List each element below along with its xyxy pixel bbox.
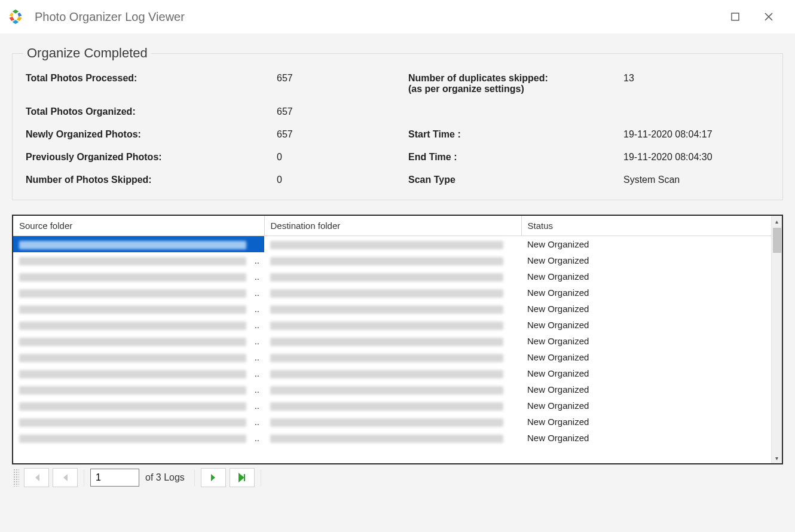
cell-destination: [264, 236, 521, 253]
cell-source: [13, 333, 264, 349]
cell-destination: [264, 398, 521, 414]
log-table-container: Source folder Destination folder Status …: [12, 215, 783, 464]
cell-status: New Organized: [521, 365, 782, 381]
summary-left-label: Newly Organized Photos:: [26, 129, 277, 140]
scroll-up-icon[interactable]: ▴: [772, 216, 782, 227]
cell-status: New Organized: [521, 252, 782, 268]
table-row[interactable]: New Organized: [13, 349, 782, 365]
table-row[interactable]: New Organized: [13, 381, 782, 398]
svg-marker-0: [13, 10, 19, 14]
summary-right-label: Scan Type: [408, 175, 623, 185]
page-number-input[interactable]: [90, 469, 139, 487]
pager-first-button[interactable]: [24, 468, 49, 487]
pager-prev-button[interactable]: [53, 468, 78, 487]
cell-destination: [264, 252, 521, 268]
summary-right-value: [623, 106, 769, 117]
table-row[interactable]: New Organized: [13, 430, 782, 446]
cell-destination: [264, 381, 521, 398]
cell-source: [13, 285, 264, 301]
cell-destination: [264, 349, 521, 365]
table-row[interactable]: New Organized: [13, 285, 782, 301]
pager-next-button[interactable]: [201, 468, 226, 487]
cell-source: [13, 430, 264, 446]
svg-marker-2: [17, 17, 22, 21]
svg-marker-5: [10, 13, 14, 17]
cell-destination: [264, 285, 521, 301]
cell-destination: [264, 301, 521, 317]
vertical-scrollbar[interactable]: ▴ ▾: [771, 216, 782, 463]
pager-separator: [194, 469, 195, 486]
cell-destination: [264, 317, 521, 333]
table-row[interactable]: New Organized: [13, 398, 782, 414]
summary-left-value: 657: [277, 106, 408, 117]
cell-source: [13, 349, 264, 365]
maximize-button[interactable]: [727, 8, 744, 25]
summary-right-label: Start Time :: [408, 129, 623, 140]
page-total-label: of 3 Logs: [145, 472, 185, 483]
cell-status: New Organized: [521, 381, 782, 398]
cell-source: [13, 317, 264, 333]
cell-destination: [264, 365, 521, 381]
cell-status: New Organized: [521, 268, 782, 285]
cell-status: New Organized: [521, 285, 782, 301]
window-controls: [727, 8, 788, 25]
cell-status: New Organized: [521, 317, 782, 333]
cell-status: New Organized: [521, 349, 782, 365]
pager-last-button[interactable]: [230, 468, 255, 487]
cell-source: [13, 252, 264, 268]
window-title: Photo Organizer Log Viewer: [35, 10, 185, 24]
svg-marker-1: [18, 13, 22, 17]
summary-right-value: 13: [623, 73, 769, 94]
scroll-thumb[interactable]: [773, 228, 781, 253]
titlebar: Photo Organizer Log Viewer: [0, 0, 795, 33]
cell-status: New Organized: [521, 430, 782, 446]
cell-source: [13, 236, 264, 253]
table-row[interactable]: New Organized: [13, 333, 782, 349]
summary-left-label: Total Photos Organized:: [26, 106, 277, 117]
summary-left-value: 657: [277, 73, 408, 94]
scroll-down-icon[interactable]: ▾: [772, 452, 782, 463]
summary-right-label: [408, 106, 623, 117]
cell-source: [13, 301, 264, 317]
col-header-status[interactable]: Status: [521, 216, 782, 236]
table-row[interactable]: New Organized: [13, 317, 782, 333]
cell-destination: [264, 333, 521, 349]
svg-marker-4: [10, 17, 15, 21]
table-row[interactable]: New Organized: [13, 414, 782, 430]
summary-left-label: Number of Photos Skipped:: [26, 175, 277, 185]
summary-left-label: Total Photos Processed:: [26, 73, 277, 94]
summary-left-value: 0: [277, 175, 408, 185]
table-row[interactable]: New Organized: [13, 236, 782, 253]
cell-status: New Organized: [521, 301, 782, 317]
svg-rect-6: [732, 13, 739, 20]
summary-left-value: 657: [277, 129, 408, 140]
app-logo-icon: [7, 8, 24, 25]
summary-right-value: 19-11-2020 08:04:30: [623, 152, 769, 163]
col-header-destination[interactable]: Destination folder: [264, 216, 521, 236]
table-row[interactable]: New Organized: [13, 365, 782, 381]
summary-panel: Organize Completed Total Photos Processe…: [12, 45, 783, 200]
pager: of 3 Logs: [12, 464, 783, 487]
summary-left-label: Previously Organized Photos:: [26, 152, 277, 163]
summary-left-value: 0: [277, 152, 408, 163]
cell-destination: [264, 268, 521, 285]
close-button[interactable]: [760, 8, 777, 25]
table-row[interactable]: New Organized: [13, 301, 782, 317]
cell-status: New Organized: [521, 398, 782, 414]
table-row[interactable]: New Organized: [13, 268, 782, 285]
summary-right-value: 19-11-2020 08:04:17: [623, 129, 769, 140]
cell-source: [13, 414, 264, 430]
summary-right-label: End Time :: [408, 152, 623, 163]
table-row[interactable]: New Organized: [13, 252, 782, 268]
summary-right-value: System Scan: [623, 175, 769, 185]
cell-destination: [264, 430, 521, 446]
cell-source: [13, 268, 264, 285]
cell-destination: [264, 414, 521, 430]
cell-source: [13, 398, 264, 414]
log-table: Source folder Destination folder Status …: [13, 216, 782, 446]
cell-source: [13, 381, 264, 398]
cell-source: [13, 365, 264, 381]
pager-separator: [261, 469, 261, 486]
summary-right-label: Number of duplicates skipped: (as per or…: [408, 73, 623, 94]
col-header-source[interactable]: Source folder: [13, 216, 264, 236]
